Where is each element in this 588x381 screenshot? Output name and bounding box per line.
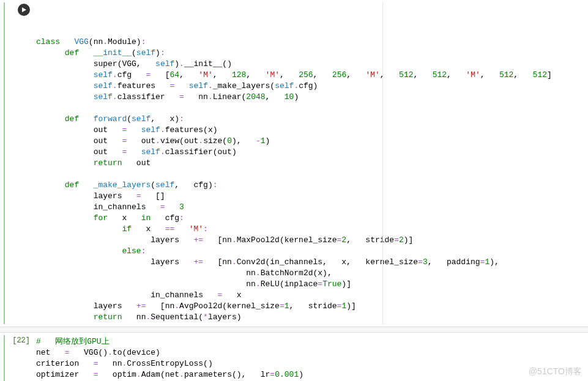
- code-cell-1: class VGG(nn.Module): def __init__(self)…: [0, 0, 588, 327]
- exec-indicator: [4, 2, 5, 324]
- cell-gutter: [22]: [0, 335, 34, 381]
- code-editor-1[interactable]: class VGG(nn.Module): def __init__(self)…: [34, 2, 588, 324]
- ruler-line: [382, 2, 383, 324]
- cell-exec-count: [22]: [12, 336, 30, 345]
- code-cell-2: [22] # 网络放到GPU上net = VGG().to(device)cri…: [0, 333, 588, 381]
- svg-marker-0: [22, 7, 26, 12]
- cell-separator: [0, 327, 588, 333]
- play-icon: [21, 7, 27, 13]
- watermark: @51CTO博客: [529, 366, 582, 377]
- code-editor-2[interactable]: # 网络放到GPU上net = VGG().to(device)criterio…: [34, 335, 588, 381]
- run-button[interactable]: [18, 4, 30, 16]
- exec-indicator: [4, 335, 5, 381]
- cell-gutter: [0, 2, 34, 324]
